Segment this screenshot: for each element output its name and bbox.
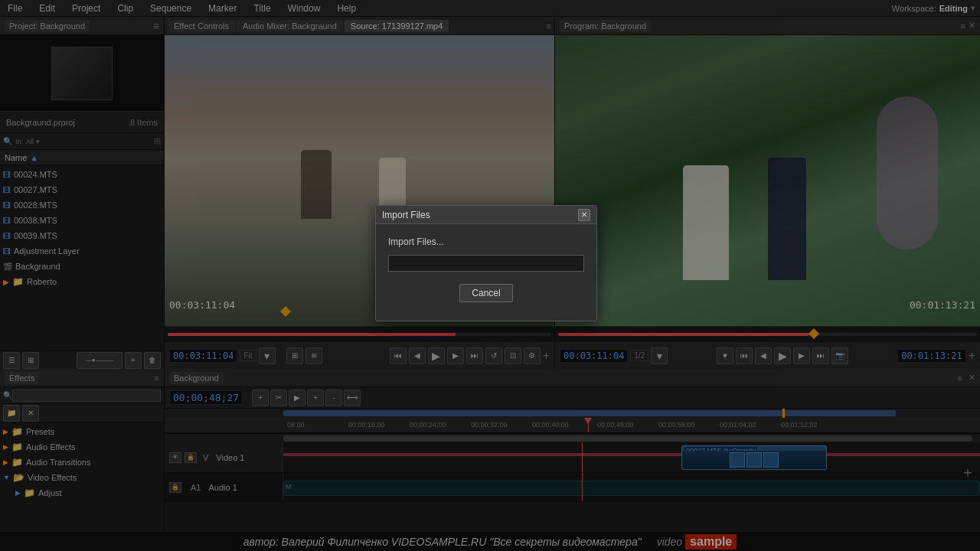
import-path-input[interactable] (388, 255, 584, 272)
dialog-title: Import Files (382, 210, 578, 220)
import-files-dialog: Import Files ✕ Import Files... Cancel (375, 205, 597, 321)
dialog-body: Import Files... Cancel (376, 224, 596, 321)
dialog-overlay[interactable]: Import Files ✕ Import Files... Cancel (0, 0, 980, 551)
dialog-close-btn[interactable]: ✕ (578, 209, 590, 221)
import-files-link[interactable]: Import Files... (388, 236, 584, 247)
dialog-titlebar: Import Files ✕ (376, 206, 596, 224)
dialog-footer: Cancel (388, 284, 584, 308)
cancel-button[interactable]: Cancel (459, 284, 513, 302)
